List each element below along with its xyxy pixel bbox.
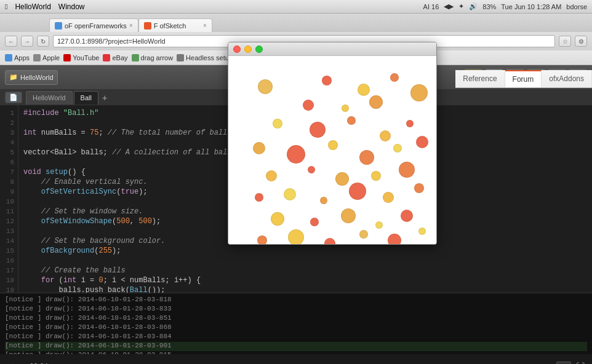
bookmark-icon-youtube: [63, 54, 71, 61]
ball-7: [369, 95, 383, 109]
bookmark-icon-drag-arrow: [132, 54, 139, 61]
ball-5: [303, 100, 314, 111]
bookmark-ebay[interactable]: eBay: [103, 54, 127, 61]
ball-23: [399, 162, 415, 178]
bookmark-headless[interactable]: Headless setup: [177, 54, 233, 61]
ball-17: [393, 144, 402, 152]
line-num-11: 11: [0, 207, 18, 216]
menubar-battery-pct: 83%: [482, 3, 496, 10]
bookmark-youtube[interactable]: YouTube: [63, 54, 99, 61]
ball-19: [266, 170, 277, 181]
right-nav-reference[interactable]: Reference: [455, 70, 505, 87]
ball-39: [388, 234, 401, 244]
code-tab-helloworld[interactable]: HelloWorld: [26, 91, 73, 105]
new-tab-button[interactable]: +: [100, 93, 110, 103]
bookmark-icon-ebay: [103, 54, 110, 61]
bookmark-label-apple: Apple: [42, 54, 60, 61]
right-nav-ofxaddons-label: ofxAddons: [549, 74, 584, 83]
menubar-wifi: ◀▶: [444, 2, 454, 10]
bookmark-label-headless: Headless setup: [186, 54, 233, 61]
bookmark-label-drag-arrow: drag arrow: [141, 54, 174, 61]
bookmark-button[interactable]: ☆: [559, 36, 571, 47]
file-tab-selector[interactable]: 📄: [5, 92, 22, 103]
tab-close-2[interactable]: ×: [203, 22, 207, 29]
ball-2: [358, 84, 370, 96]
menubar-volume: 🔊: [469, 2, 478, 10]
bookmark-icon-apps: [5, 54, 12, 61]
maximize-button[interactable]: [255, 46, 263, 53]
bookmark-drag-arrow[interactable]: drag arrow: [132, 54, 174, 61]
ball-12: [406, 120, 414, 127]
reload-button[interactable]: ↻: [37, 36, 49, 47]
play-button[interactable]: ▶: [7, 358, 25, 364]
code-line-16: [23, 256, 587, 266]
ball-31: [310, 218, 319, 226]
right-nav-forum[interactable]: Forum: [505, 70, 542, 87]
line-num-2: 2: [0, 118, 18, 128]
ball-25: [284, 188, 296, 200]
line-num-19: 19: [0, 285, 18, 293]
line-num-7: 7: [0, 167, 18, 177]
window-menu[interactable]: Window: [58, 2, 85, 11]
code-tab-ball-label: Ball: [81, 94, 92, 101]
browser-tab-1[interactable]: oF openFrameworks ×: [49, 18, 138, 32]
ball-30: [271, 212, 284, 226]
forward-button[interactable]: →: [21, 36, 33, 47]
ball-16: [359, 150, 374, 165]
console: [notice ] draw(): 2014-06-10-01-28-03-81…: [0, 293, 592, 354]
file-selector[interactable]: 📁 HelloWorld: [5, 70, 58, 85]
right-nav-ofxaddons[interactable]: ofxAddons: [542, 70, 592, 87]
ball-8: [273, 119, 282, 129]
ball-10: [347, 116, 356, 125]
bookmark-icon-apple: [33, 54, 41, 61]
ball-26: [320, 197, 327, 204]
console-line-5: [notice ] draw(): 2014-06-10-01-28-03-88…: [5, 333, 587, 342]
ball-34: [401, 210, 413, 222]
right-nav: Reference Forum ofxAddons: [455, 70, 592, 88]
console-line-4: [notice ] draw(): 2014-06-10-01-28-03-86…: [5, 323, 587, 333]
tab-close-1[interactable]: ×: [129, 22, 133, 29]
app-name[interactable]: HelloWorld: [15, 2, 50, 11]
ball-20: [308, 166, 315, 173]
menubar-bluetooth: ✦: [458, 2, 464, 10]
folder-icon: 📁: [9, 73, 18, 81]
settings-button[interactable]: ⚙: [575, 36, 587, 47]
browser-tab-2[interactable]: F ofSketch ×: [138, 18, 212, 32]
line-num-15: 15: [0, 246, 18, 256]
tab-favicon-2: [144, 22, 151, 30]
apple-menu[interactable]: : [5, 2, 7, 11]
ball-29: [414, 183, 424, 193]
minimize-button[interactable]: [244, 46, 252, 53]
of-canvas: [228, 56, 436, 244]
bookmark-apps[interactable]: Apps: [5, 54, 30, 61]
code-line-17: // Create the balls: [23, 266, 587, 275]
line-num-3: 3: [0, 128, 18, 138]
browser-tab-1-label: oF openFrameworks: [65, 22, 127, 30]
code-line-18: for (int i = 0; i < numBalls; i++) {: [23, 275, 587, 285]
menubar:  HelloWorld Window AI 16 ◀▶ ✦ 🔊 83% Tue…: [0, 0, 592, 14]
url-text: 127.0.0.1:8998/?project=HelloWorld: [57, 38, 166, 45]
line-num-5: 5: [0, 148, 18, 157]
ball-11: [380, 130, 391, 141]
browser-window: oF openFrameworks × F ofSketch × ← → ↻ 1…: [0, 14, 592, 364]
ball-37: [324, 238, 335, 244]
ball-4: [410, 84, 428, 101]
of-titlebar: [228, 42, 436, 56]
bookmark-label-apps: Apps: [14, 54, 30, 61]
close-button[interactable]: [233, 46, 241, 53]
ball-15: [328, 140, 338, 150]
console-line-2: [notice ] draw(): 2014-06-10-01-28-03-83…: [5, 305, 587, 314]
bookmark-apple[interactable]: Apple: [33, 54, 60, 61]
right-nav-reference-label: Reference: [463, 74, 497, 83]
ball-27: [349, 183, 366, 200]
code-line-15: ofBackground(255);: [23, 246, 587, 256]
ball-32: [341, 208, 356, 223]
console-line-1: [notice ] draw(): 2014-06-10-01-28-03-81…: [5, 296, 587, 305]
ball-28: [383, 192, 394, 203]
back-button[interactable]: ←: [5, 36, 17, 47]
code-tab-ball[interactable]: Ball: [74, 91, 98, 105]
menubar-user: bdorse: [566, 3, 587, 10]
fullscreen-button[interactable]: ⛶: [576, 362, 585, 364]
ball-38: [359, 230, 368, 239]
ball-1: [322, 76, 332, 85]
